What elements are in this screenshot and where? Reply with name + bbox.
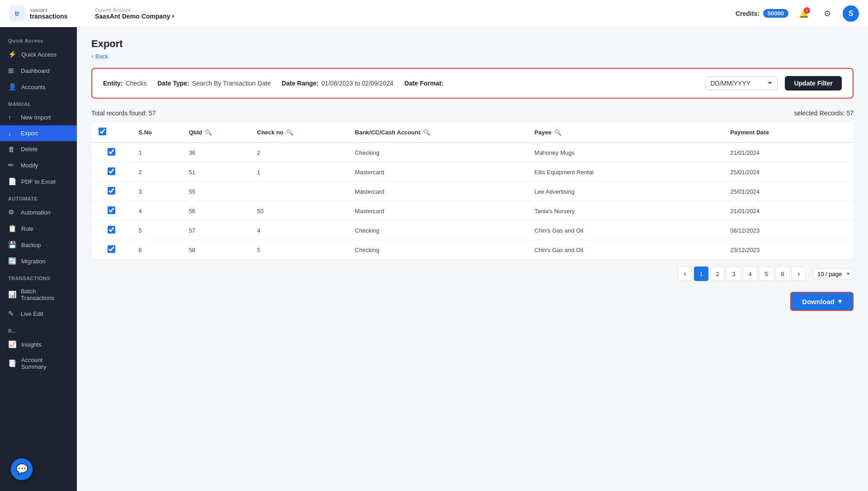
row-checkbox-cell: [91, 240, 131, 260]
filter-select-wrapper: DD/MM/YYYY MM/DD/YYYY YYYY/MM/DD Update …: [705, 76, 842, 91]
page-1-button[interactable]: 1: [694, 267, 708, 281]
bank-search-icon[interactable]: 🔍: [423, 129, 430, 136]
credits-badge: 50000: [763, 9, 788, 18]
sidebar-item-rule[interactable]: 📋 Rule: [0, 220, 77, 237]
sidebar-item-automation[interactable]: ⚙ Automation: [0, 204, 77, 220]
row-checkno: [250, 182, 348, 201]
automation-icon: ⚙: [8, 208, 16, 216]
batch-icon: 📊: [8, 291, 16, 299]
row-date: 21/01/2024: [723, 143, 854, 162]
row-qbid: 55: [182, 182, 250, 201]
dashboard-icon: ⊞: [8, 67, 16, 75]
row-checkbox-2[interactable]: [108, 187, 115, 195]
sidebar-item-label: PDF to Excel: [21, 178, 56, 185]
live-edit-icon: ✎: [8, 310, 16, 318]
settings-button[interactable]: ⚙: [819, 5, 835, 22]
accounts-icon: 👤: [8, 83, 17, 91]
sidebar-item-migration[interactable]: 🔄 Migration: [0, 253, 77, 269]
page-4-button[interactable]: 4: [743, 267, 757, 281]
sidebar-item-pdf-to-excel[interactable]: 📄 PDF to Excel: [0, 173, 77, 190]
row-checkbox-0[interactable]: [108, 148, 115, 156]
row-sno: 6: [131, 240, 181, 260]
quick-access-section-label: Quick Access: [0, 32, 77, 46]
header-right: Credits: 50000 🔔 0 ⚙ S: [736, 5, 859, 22]
page-2-button[interactable]: 2: [710, 267, 725, 281]
selected-records-text: selected Records: 57: [794, 110, 854, 117]
pdf-icon: 📄: [8, 177, 17, 186]
sidebar-item-delete[interactable]: 🗑 Delete: [0, 141, 77, 157]
sidebar-item-label: Quick Access: [21, 51, 57, 58]
notification-button[interactable]: 🔔 0: [796, 5, 812, 22]
date-type-filter: Date Type: Search By Transaction Date: [157, 80, 271, 87]
sidebar-item-label: Rule: [21, 225, 33, 232]
sidebar-item-label: Delete: [21, 146, 38, 153]
col-header-payee: Payee 🔍: [527, 122, 723, 143]
export-icon: ↓: [8, 129, 16, 137]
page-5-button[interactable]: 5: [759, 267, 774, 281]
row-checkbox-3[interactable]: [108, 206, 115, 214]
sidebar-item-export[interactable]: ↓ Export: [0, 125, 77, 141]
gear-icon: ⚙: [824, 9, 831, 19]
chat-bubble[interactable]: 💬: [11, 458, 33, 480]
page-6-button[interactable]: 6: [775, 267, 790, 281]
sidebar-item-batch-transactions[interactable]: 📊 Batch Transactions: [0, 284, 77, 305]
date-range-value: 01/08/2023 to 02/09/2024: [321, 80, 394, 87]
chat-icon: 💬: [16, 463, 28, 475]
sidebar-item-label: Export: [21, 130, 38, 137]
sidebar-item-insights[interactable]: 📈 Insights: [0, 336, 77, 353]
back-link[interactable]: ‹ Back: [91, 52, 854, 60]
per-page-select[interactable]: 10 / page 20 / page 50 / page: [813, 268, 854, 280]
account-name-row[interactable]: SaasAnt Demo Company ▾: [95, 13, 175, 20]
table-body: 1 36 2 Checking Mahoney Mugs 21/01/2024 …: [91, 143, 854, 259]
payee-search-icon[interactable]: 🔍: [554, 129, 561, 136]
row-payee: Chin's Gas and Oil: [527, 240, 723, 260]
brand-name: saasant: [30, 7, 67, 13]
checkno-search-icon[interactable]: 🔍: [286, 129, 293, 136]
row-checkno: 4: [250, 221, 348, 240]
qbid-search-icon[interactable]: 🔍: [205, 129, 212, 136]
update-filter-button[interactable]: Update Filter: [785, 76, 842, 91]
page-next-button[interactable]: ›: [792, 267, 806, 281]
row-date: 21/01/2024: [723, 201, 854, 221]
automate-section-label: AUTOMATE: [0, 190, 77, 204]
sidebar-item-account-summary[interactable]: 📑 Account Summary: [0, 353, 77, 374]
date-type-label: Date Type:: [157, 80, 189, 87]
date-format-select[interactable]: DD/MM/YYYY MM/DD/YYYY YYYY/MM/DD: [705, 76, 778, 90]
sidebar-item-label: Accounts: [21, 84, 45, 91]
row-checkbox-cell: [91, 162, 131, 182]
page-3-button[interactable]: 3: [726, 267, 741, 281]
sidebar-item-dashboard[interactable]: ⊞ Dashboard: [0, 62, 77, 79]
sidebar-item-accounts[interactable]: 👤 Accounts: [0, 79, 77, 95]
sidebar-item-quick-access[interactable]: ⚡ Quick Access: [0, 46, 77, 62]
page-prev-button[interactable]: ‹: [678, 267, 692, 281]
row-checkbox-cell: [91, 143, 131, 162]
row-bank: Mastercard: [348, 182, 527, 201]
download-button[interactable]: Download ▾: [790, 292, 854, 311]
sidebar-item-live-edit[interactable]: ✎ Live Edit: [0, 305, 77, 322]
account-selector[interactable]: Current Account SaasAnt Demo Company ▾: [95, 7, 175, 20]
reports-section-label: R...: [0, 322, 77, 336]
sidebar-item-label: Automation: [21, 209, 51, 216]
row-qbid: 36: [182, 143, 250, 162]
row-payee: Tania's Nursery: [527, 201, 723, 221]
row-payee: Ellis Equipment Rental: [527, 162, 723, 182]
row-checkbox-4[interactable]: [108, 226, 115, 234]
date-format-filter: Date Format:: [404, 80, 443, 87]
manual-section-label: MANUAL: [0, 95, 77, 110]
select-all-checkbox[interactable]: [99, 128, 106, 135]
notification-badge: 0: [804, 7, 810, 14]
row-bank: Checking: [348, 221, 527, 240]
layout: Quick Access ⚡ Quick Access ⊞ Dashboard …: [0, 0, 868, 491]
row-checkbox-5[interactable]: [108, 245, 115, 253]
sidebar-item-new-import[interactable]: ↑ New Import: [0, 110, 77, 125]
rule-icon: 📋: [8, 224, 17, 233]
credits-area: Credits: 50000: [736, 9, 788, 18]
sidebar-item-modify[interactable]: ✏ Modify: [0, 157, 77, 173]
avatar-button[interactable]: S: [843, 5, 859, 22]
row-bank: Mastercard: [348, 201, 527, 221]
row-checkbox-1[interactable]: [108, 167, 115, 175]
row-date: 23/12/2023: [723, 240, 854, 260]
account-name: SaasAnt Demo Company: [95, 13, 170, 20]
sidebar-item-backup[interactable]: 💾 Backup: [0, 237, 77, 253]
download-chevron-icon: ▾: [838, 297, 842, 305]
